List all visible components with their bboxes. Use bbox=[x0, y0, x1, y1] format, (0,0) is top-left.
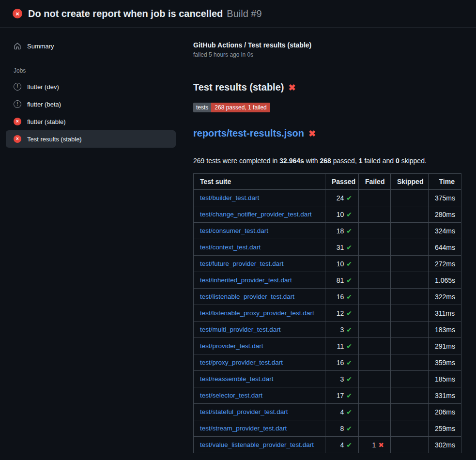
table-row: test/stream_provider_test.dart8✔259ms bbox=[194, 420, 461, 437]
report-file-link[interactable]: reports/test-results.json bbox=[193, 128, 304, 139]
failed-cell bbox=[359, 387, 391, 404]
passed-count: 3 bbox=[340, 326, 344, 334]
suite-link[interactable]: test/multi_provider_test.dart bbox=[200, 326, 281, 333]
passed-cell: 24✔ bbox=[325, 190, 359, 206]
suite-link[interactable]: test/selector_test.dart bbox=[200, 392, 262, 399]
suite-cell: test/listenable_proxy_provider_test.dart bbox=[194, 305, 325, 322]
time-cell: 359ms bbox=[429, 354, 461, 371]
skipped-cell bbox=[391, 338, 429, 354]
badge-value: 268 passed, 1 failed bbox=[211, 103, 270, 112]
summary-text: passed, bbox=[331, 157, 359, 165]
passed-count: 31 bbox=[337, 244, 344, 251]
suite-link[interactable]: test/listenable_proxy_provider_test.dart bbox=[200, 309, 314, 317]
passed-cell: 10✔ bbox=[325, 256, 359, 272]
suite-link[interactable]: test/stream_provider_test.dart bbox=[200, 425, 287, 432]
skipped-cell bbox=[391, 322, 429, 338]
passed-cell: 4✔ bbox=[325, 404, 359, 420]
table-row: test/reassemble_test.dart3✔185ms bbox=[194, 371, 461, 387]
x-circle-icon: × bbox=[14, 118, 21, 125]
time-cell: 311ms bbox=[429, 305, 461, 322]
sidebar-item-flutter-stable[interactable]: × flutter (stable) bbox=[6, 113, 176, 130]
suite-link[interactable]: test/stateful_provider_test.dart bbox=[200, 408, 288, 415]
passed-cell: 17✔ bbox=[325, 387, 359, 404]
sidebar-item-label: flutter (dev) bbox=[27, 83, 59, 91]
passed-count: 16 bbox=[337, 359, 344, 367]
suite-link[interactable]: test/change_notifier_provider_test.dart bbox=[200, 211, 311, 218]
failed-x-icon: ✖ bbox=[308, 129, 316, 138]
passed-cell: 16✔ bbox=[325, 289, 359, 305]
section-title-text: Test results (stable) bbox=[193, 82, 284, 93]
passed-count: 8 bbox=[340, 425, 344, 432]
suite-link[interactable]: test/value_listenable_provider_test.dart bbox=[200, 441, 314, 448]
x-glyph: × bbox=[16, 137, 19, 141]
x-glyph: × bbox=[15, 11, 19, 17]
table-row: test/stateful_provider_test.dart4✔206ms bbox=[194, 404, 461, 420]
suite-link[interactable]: test/listenable_provider_test.dart bbox=[200, 293, 294, 300]
column-header-time: Time bbox=[429, 174, 461, 190]
sidebar-item-summary[interactable]: Summary bbox=[6, 37, 176, 55]
sidebar-item-label: flutter (beta) bbox=[27, 101, 61, 108]
summary-text: with bbox=[304, 157, 320, 165]
passed-count: 18 bbox=[337, 227, 344, 235]
suite-link[interactable]: test/future_provider_test.dart bbox=[200, 260, 284, 267]
sidebar-item-flutter-dev[interactable]: ! flutter (dev) bbox=[6, 78, 176, 95]
table-row: test/builder_test.dart24✔375ms bbox=[194, 190, 461, 206]
sidebar-item-test-results-stable[interactable]: × Test results (stable) bbox=[6, 130, 176, 148]
passed-cell: 16✔ bbox=[325, 354, 359, 371]
time-cell: 324ms bbox=[429, 223, 461, 239]
failed-cell bbox=[359, 206, 391, 223]
suite-link[interactable]: test/proxy_provider_test.dart bbox=[200, 359, 283, 366]
summary-skipped-count: 0 bbox=[396, 157, 399, 165]
skipped-cell bbox=[391, 289, 429, 305]
skipped-cell bbox=[391, 354, 429, 371]
suite-cell: test/value_listenable_provider_test.dart bbox=[194, 437, 325, 453]
failed-cell bbox=[359, 272, 391, 289]
passed-cell: 31✔ bbox=[325, 239, 359, 256]
suite-cell: test/multi_provider_test.dart bbox=[194, 322, 325, 338]
suite-cell: test/proxy_provider_test.dart bbox=[194, 354, 325, 371]
sidebar-item-label: Summary bbox=[27, 43, 54, 50]
passed-count: 81 bbox=[337, 276, 344, 284]
passed-cell: 10✔ bbox=[325, 206, 359, 223]
check-icon: ✔ bbox=[346, 326, 352, 334]
passed-count: 4 bbox=[340, 441, 344, 449]
suite-cell: test/context_test.dart bbox=[194, 239, 325, 256]
summary-text: skipped. bbox=[399, 157, 427, 165]
suite-link[interactable]: test/provider_test.dart bbox=[200, 342, 263, 350]
skipped-cell bbox=[391, 223, 429, 239]
suite-link[interactable]: test/context_test.dart bbox=[200, 244, 261, 251]
check-icon: ✔ bbox=[346, 276, 352, 284]
sidebar-item-label: Test results (stable) bbox=[27, 136, 82, 143]
suite-link[interactable]: test/reassemble_test.dart bbox=[200, 375, 274, 383]
tests-badge: tests 268 passed, 1 failed bbox=[193, 103, 270, 112]
jobs-section-label: Jobs bbox=[14, 67, 168, 74]
skipped-cell bbox=[391, 404, 429, 420]
passed-count: 16 bbox=[337, 293, 344, 301]
failed-cell bbox=[359, 223, 391, 239]
table-header-row: Test suite Passed Failed Skipped Time bbox=[194, 174, 461, 190]
summary-duration: 32.964s bbox=[279, 157, 304, 165]
skipped-cell bbox=[391, 437, 429, 453]
alert-circle-icon: ! bbox=[14, 100, 21, 108]
passed-count: 17 bbox=[337, 392, 344, 399]
sidebar-item-flutter-beta[interactable]: ! flutter (beta) bbox=[6, 95, 176, 113]
test-table-body: test/builder_test.dart24✔375mstest/chang… bbox=[194, 190, 461, 453]
suite-link[interactable]: test/consumer_test.dart bbox=[200, 227, 268, 234]
suite-cell: test/provider_test.dart bbox=[194, 338, 325, 354]
column-header-skipped: Skipped bbox=[391, 174, 429, 190]
x-circle-icon: × bbox=[14, 135, 21, 143]
exclaim-glyph: ! bbox=[16, 84, 18, 89]
time-cell: 280ms bbox=[429, 206, 461, 223]
time-cell: 302ms bbox=[429, 437, 461, 453]
passed-count: 12 bbox=[337, 309, 344, 317]
passed-cell: 81✔ bbox=[325, 272, 359, 289]
suite-link[interactable]: test/inherited_provider_test.dart bbox=[200, 276, 292, 284]
layout: Summary Jobs ! flutter (dev) ! flutter (… bbox=[0, 28, 476, 460]
check-icon: ✔ bbox=[346, 227, 352, 235]
passed-count: 10 bbox=[337, 211, 344, 218]
check-icon: ✔ bbox=[346, 194, 352, 202]
failed-cell bbox=[359, 190, 391, 206]
passed-cell: 12✔ bbox=[325, 305, 359, 322]
suite-link[interactable]: test/builder_test.dart bbox=[200, 194, 259, 201]
failed-x-icon: ✖ bbox=[288, 83, 295, 92]
